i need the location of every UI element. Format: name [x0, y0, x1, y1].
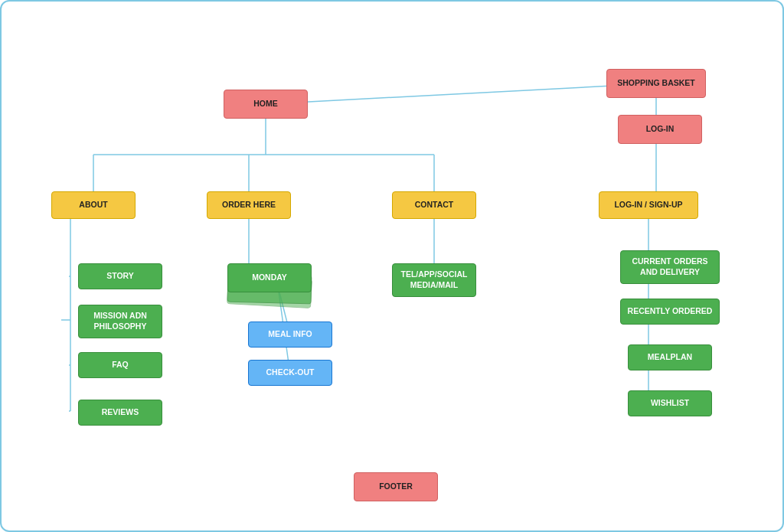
shopping-basket-node[interactable]: SHOPPING BASKET	[606, 69, 706, 98]
current-orders-node[interactable]: CURRENT ORDERS AND DELIVERY	[620, 250, 720, 284]
order-here-node[interactable]: ORDER HERE	[207, 191, 291, 219]
about-node[interactable]: ABOUT	[51, 191, 136, 219]
login-signup-node[interactable]: LOG-IN / SIGN-UP	[599, 191, 698, 219]
home-node[interactable]: HOME	[224, 90, 308, 119]
meal-info-node[interactable]: MEAL INFO	[248, 321, 332, 348]
reviews-node[interactable]: REVIEWS	[78, 400, 162, 426]
login-node[interactable]: LOG-IN	[618, 115, 702, 144]
diagram-canvas: HOME SHOPPING BASKET LOG-IN ABOUT ORDER …	[0, 0, 784, 532]
monday-node[interactable]: MONDAY	[227, 263, 312, 292]
mission-node[interactable]: MISSION ADN PHILOSOPHY	[78, 305, 162, 338]
tel-node[interactable]: TEL/APP/SOCIAL MEDIA/MAIL	[392, 263, 476, 297]
contact-node[interactable]: CONTACT	[392, 191, 476, 219]
mealplan-node[interactable]: MEALPLAN	[628, 344, 712, 370]
recently-ordered-node[interactable]: RECENTLY ORDERED	[620, 299, 720, 325]
footer-node[interactable]: FOOTER	[354, 472, 438, 501]
faq-node[interactable]: FAQ	[78, 352, 162, 378]
svg-line-0	[266, 83, 656, 104]
checkout-node[interactable]: CHECK-OUT	[248, 360, 332, 386]
story-node[interactable]: STORY	[78, 263, 162, 289]
wishlist-node[interactable]: WISHLIST	[628, 390, 712, 416]
